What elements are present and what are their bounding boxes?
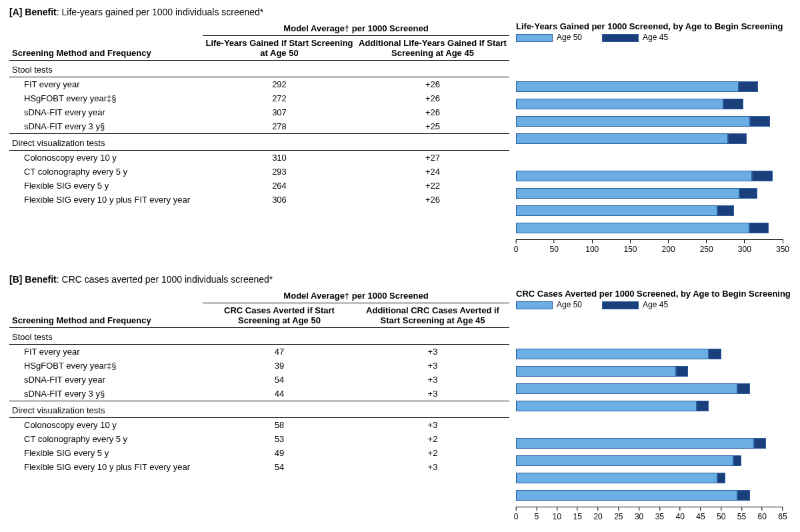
table-row: Flexible SIG every 10 y plus FIT every y… (9, 193, 509, 207)
bar-age45 (739, 81, 759, 92)
table-row: Colonoscopy every 10 y58+3 (9, 418, 509, 433)
bar-age50 (516, 401, 697, 411)
panel-b-group1: Stool tests (9, 328, 509, 345)
table-row: sDNA-FIT every 3 y§278+25 (9, 119, 509, 134)
axis-tick: 10 (553, 507, 561, 521)
table-row: sDNA-FIT every year54+3 (9, 373, 509, 387)
swatch-age45-icon (602, 301, 639, 309)
table-row: Colonoscopy every 10 y310+27 (9, 151, 509, 165)
legend-age45: Age 45 (643, 300, 668, 309)
axis-tick: 5 (534, 507, 539, 521)
bar-age50 (516, 99, 723, 109)
axis-tick: 65 (778, 507, 787, 521)
bar-row (516, 397, 791, 415)
panel-a-title-rest: : Life-years gained per 1000 individuals… (57, 7, 264, 17)
bar-row (516, 345, 791, 363)
swatch-age50-icon (516, 34, 553, 42)
axis-tick: 55 (737, 507, 746, 521)
bar-row (516, 185, 791, 202)
panel-b-title-rest: : CRC cases averted per 1000 individuals… (57, 274, 273, 285)
table-row: Flexible SIG every 5 y264+22 (9, 179, 509, 193)
axis-tick: 15 (573, 507, 582, 521)
bar-age50 (516, 133, 728, 144)
bar-row (516, 487, 791, 504)
panel-b: [B] Benefit: CRC cases averted per 1000 … (9, 274, 791, 529)
axis-tick: 200 (662, 239, 675, 254)
bar-age50 (516, 383, 737, 394)
bar-age45 (697, 401, 709, 411)
axis-tick: 30 (635, 507, 643, 521)
bar-age50 (516, 455, 733, 466)
table-row: FIT every year47+3 (9, 345, 509, 359)
panel-a-chart-title: Life-Years Gained per 1000 Screened, by … (516, 21, 791, 31)
panel-a: [A] Benefit: Life-years gained per 1000 … (9, 7, 791, 262)
bar-age45 (754, 438, 766, 449)
panel-b-chart-title: CRC Cases Averted per 1000 Screened, by … (516, 289, 791, 299)
bar-row (516, 380, 791, 397)
bar-age45 (750, 116, 770, 127)
swatch-age45-icon (602, 34, 639, 42)
axis-tick: 20 (593, 507, 602, 521)
panel-b-title-prefix: [B] Benefit (9, 274, 57, 285)
bar-age45 (717, 473, 725, 483)
bar-age50 (516, 188, 739, 199)
table-row: HSgFOBT every year‡§39+3 (9, 359, 509, 373)
panel-a-col2: Additional Life-Years Gained if Start Sc… (356, 36, 509, 61)
bar-age50 (516, 438, 754, 449)
axis-tick: 150 (623, 239, 637, 254)
panel-a-chart: Life-Years Gained per 1000 Screened, by … (509, 21, 791, 262)
panel-b-col-method: Screening Method and Frequency (9, 303, 203, 328)
bar-age45 (676, 366, 688, 377)
panel-a-group1: Stool tests (9, 61, 509, 77)
panel-b-axis: 05101520253035404550556065 (516, 507, 783, 529)
bar-age50 (516, 473, 717, 483)
table-row: CT colonography every 5 y293+24 (9, 165, 509, 179)
bar-age45 (737, 383, 749, 394)
bar-row (516, 78, 791, 95)
axis-tick: 300 (738, 239, 751, 254)
bar-row (516, 469, 791, 487)
bar-row (516, 167, 791, 185)
panel-b-title: [B] Benefit: CRC cases averted per 1000 … (9, 274, 791, 285)
bar-row (516, 435, 791, 452)
axis-tick: 60 (758, 507, 767, 521)
axis-tick: 40 (675, 507, 684, 521)
bar-row (516, 130, 791, 147)
bar-age45 (752, 171, 773, 181)
axis-tick: 50 (549, 239, 558, 254)
panel-b-superheader: Model Average† per 1000 Screened (203, 289, 509, 303)
bar-age50 (516, 490, 737, 501)
table-row: Flexible SIG every 10 y plus FIT every y… (9, 460, 509, 474)
bar-age50 (516, 349, 709, 359)
bar-age45 (709, 349, 721, 359)
panel-a-title-prefix: [A] Benefit (9, 7, 57, 17)
panel-a-col-method: Screening Method and Frequency (9, 36, 203, 61)
axis-tick: 250 (700, 239, 713, 254)
panel-a-group2: Direct visualization tests (9, 134, 509, 151)
panel-b-group2: Direct visualization tests (9, 401, 509, 418)
axis-tick: 35 (655, 507, 664, 521)
bar-row (516, 363, 791, 380)
bar-age45 (717, 205, 734, 216)
axis-tick: 25 (614, 507, 623, 521)
bar-age45 (739, 188, 757, 199)
axis-tick: 45 (696, 507, 705, 521)
panel-a-superheader: Model Average† per 1000 Screened (203, 21, 509, 36)
axis-tick: 0 (514, 507, 519, 521)
panel-b-chart: CRC Cases Averted per 1000 Screened, by … (509, 289, 791, 529)
panel-b-col1: CRC Cases Averted if Start Screening at … (203, 303, 356, 328)
table-row: CT colonography every 5 y53+2 (9, 432, 509, 446)
panel-b-table: Model Average† per 1000 Screened Screeni… (9, 289, 509, 474)
bar-age45 (728, 133, 747, 144)
axis-tick: 50 (717, 507, 725, 521)
bar-age45 (733, 455, 741, 466)
panel-b-col2: Additional CRC Cases Averted if Start Sc… (356, 303, 509, 328)
panel-a-table: Model Average† per 1000 Screened Screeni… (9, 21, 509, 207)
bar-row (516, 219, 791, 237)
table-row: sDNA-FIT every 3 y§44+3 (9, 387, 509, 401)
table-row: FIT every year292+26 (9, 77, 509, 92)
bar-row (516, 113, 791, 130)
bar-age50 (516, 116, 750, 127)
bar-row (516, 452, 791, 469)
panel-a-title: [A] Benefit: Life-years gained per 1000 … (9, 7, 791, 17)
